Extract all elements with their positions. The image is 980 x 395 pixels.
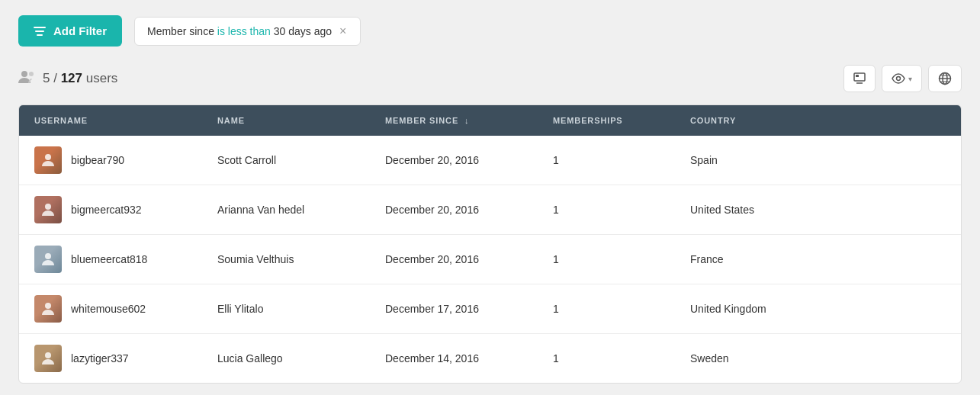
svg-rect-2 bbox=[854, 73, 865, 81]
username-text: lazytiger337 bbox=[71, 352, 129, 364]
username-text: bluemeercat818 bbox=[71, 253, 147, 265]
username-cell: bigbear790 bbox=[19, 136, 202, 185]
avatar bbox=[34, 196, 62, 223]
username-cell: lazytiger337 bbox=[19, 334, 202, 384]
avatar bbox=[34, 246, 62, 273]
stats-separator: / bbox=[50, 71, 60, 85]
visibility-button[interactable]: ▾ bbox=[882, 65, 922, 92]
memberships-cell: 1 bbox=[538, 284, 675, 334]
country-cell: United Kingdom bbox=[675, 284, 961, 334]
member-since-cell: December 20, 2016 bbox=[370, 136, 538, 185]
col-header-memberships: MEMBERSHIPS bbox=[538, 105, 675, 136]
filter-highlight: is less than bbox=[217, 25, 271, 37]
member-since-cell: December 17, 2016 bbox=[370, 284, 538, 334]
visibility-caret: ▾ bbox=[908, 75, 912, 83]
users-table-container: USERNAME NAME MEMBER SINCE ↓ MEMBERSHIPS… bbox=[18, 104, 962, 384]
avatar bbox=[34, 146, 62, 174]
memberships-cell: 1 bbox=[538, 235, 675, 284]
toolbar-right: ▾ bbox=[843, 65, 962, 92]
country-cell: United States bbox=[675, 185, 961, 235]
table-header: USERNAME NAME MEMBER SINCE ↓ MEMBERSHIPS… bbox=[19, 105, 961, 136]
export-button[interactable] bbox=[843, 65, 876, 92]
username-cell: bluemeercat818 bbox=[19, 235, 202, 284]
svg-point-12 bbox=[45, 204, 51, 210]
table-row: bluemeercat818 Soumia VelthuisDecember 2… bbox=[19, 235, 961, 284]
memberships-cell: 1 bbox=[538, 136, 675, 185]
country-cell: Spain bbox=[675, 136, 961, 185]
col-header-username: USERNAME bbox=[19, 105, 202, 136]
svg-point-0 bbox=[21, 71, 27, 77]
member-since-cell: December 14, 2016 bbox=[370, 334, 538, 384]
name-cell: Arianna Van hedel bbox=[202, 185, 370, 235]
table-body: bigbear790 Scott CarrollDecember 20, 201… bbox=[19, 136, 961, 383]
filter-suffix: 30 days ago bbox=[271, 25, 332, 37]
svg-rect-4 bbox=[856, 75, 859, 77]
export-icon bbox=[853, 72, 866, 85]
username-cell: bigmeercat932 bbox=[19, 185, 202, 235]
country-cell: France bbox=[675, 235, 961, 284]
globe-button[interactable] bbox=[928, 65, 962, 92]
memberships-cell: 1 bbox=[538, 185, 675, 235]
country-cell: Sweden bbox=[675, 334, 961, 384]
add-filter-label: Add Filter bbox=[53, 24, 107, 37]
total-count: 127 bbox=[61, 71, 82, 85]
stats-row: 5 / 127 users ▾ bbox=[18, 65, 962, 92]
name-cell: Elli Ylitalo bbox=[202, 284, 370, 334]
username-text: bigmeercat932 bbox=[71, 204, 142, 216]
table-row: bigbear790 Scott CarrollDecember 20, 201… bbox=[19, 136, 961, 185]
col-header-country: COUNTRY bbox=[675, 105, 961, 136]
svg-point-11 bbox=[45, 154, 51, 160]
filter-prefix: Member since bbox=[147, 25, 217, 37]
table-row: bigmeercat932 Arianna Van hedelDecember … bbox=[19, 185, 961, 235]
filter-close-button[interactable]: × bbox=[338, 25, 348, 37]
avatar bbox=[34, 295, 62, 323]
memberships-cell: 1 bbox=[538, 334, 675, 384]
add-filter-button[interactable]: Add Filter bbox=[18, 15, 122, 47]
table-row: whitemouse602 Elli YlitaloDecember 17, 2… bbox=[19, 284, 961, 334]
col-header-name: NAME bbox=[202, 105, 370, 136]
username-text: bigbear790 bbox=[71, 154, 124, 166]
member-since-cell: December 20, 2016 bbox=[370, 235, 538, 284]
svg-point-14 bbox=[45, 303, 51, 309]
name-cell: Scott Carroll bbox=[202, 136, 370, 185]
globe-icon bbox=[938, 72, 952, 85]
stats-label: users bbox=[82, 71, 117, 85]
username-text: whitemouse602 bbox=[71, 303, 146, 315]
top-bar: Add Filter Member since is less than 30 … bbox=[18, 15, 962, 47]
eye-icon bbox=[892, 73, 905, 84]
filter-chip-text: Member since is less than 30 days ago bbox=[147, 25, 332, 37]
stats-text: 5 / 127 users bbox=[43, 71, 117, 86]
users-icon bbox=[18, 70, 35, 88]
filter-icon bbox=[34, 27, 46, 36]
username-cell: whitemouse602 bbox=[19, 284, 202, 334]
users-table: USERNAME NAME MEMBER SINCE ↓ MEMBERSHIPS… bbox=[19, 105, 961, 383]
filter-chip: Member since is less than 30 days ago × bbox=[134, 17, 361, 46]
avatar bbox=[34, 345, 62, 372]
svg-point-15 bbox=[45, 352, 51, 358]
table-row: lazytiger337 Lucia GallegoDecember 14, 2… bbox=[19, 334, 961, 384]
stats-left: 5 / 127 users bbox=[18, 70, 117, 88]
svg-point-13 bbox=[45, 253, 51, 259]
name-cell: Lucia Gallego bbox=[202, 334, 370, 384]
svg-point-5 bbox=[897, 77, 901, 81]
name-cell: Soumia Velthuis bbox=[202, 235, 370, 284]
col-header-member-since[interactable]: MEMBER SINCE ↓ bbox=[370, 105, 538, 136]
member-since-cell: December 20, 2016 bbox=[370, 185, 538, 235]
svg-point-1 bbox=[29, 72, 34, 76]
sort-arrow-icon: ↓ bbox=[464, 116, 469, 125]
